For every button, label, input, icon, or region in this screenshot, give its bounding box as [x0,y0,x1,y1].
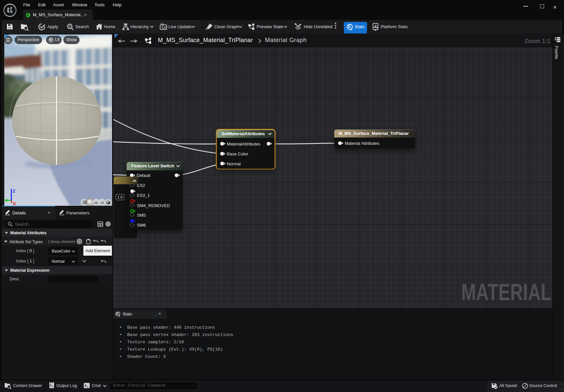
svg-text:i: i [351,27,352,31]
svg-text:Z: Z [13,189,15,194]
svg-text:X: X [13,201,16,206]
svg-text:i: i [119,314,120,317]
